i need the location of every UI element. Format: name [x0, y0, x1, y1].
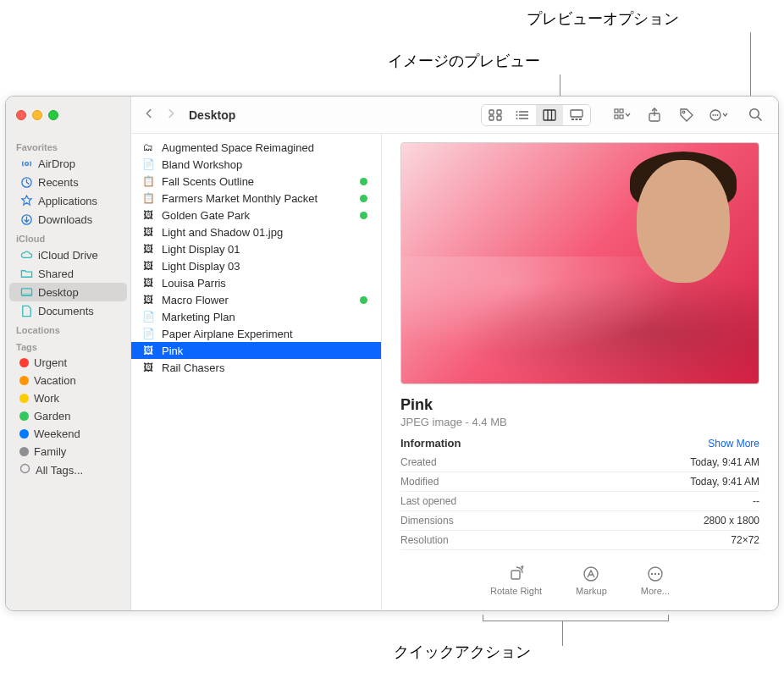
quick-action-markup[interactable]: Markup	[576, 565, 607, 596]
svg-point-41	[658, 573, 660, 575]
svg-rect-34	[21, 293, 31, 295]
minimize-button[interactable]	[32, 110, 42, 120]
markup-icon	[582, 565, 599, 582]
file-name: Golden Gate Park	[162, 209, 353, 222]
file-icon: 🖼	[141, 361, 155, 374]
action-menu-button[interactable]	[707, 103, 731, 127]
info-value: Today, 9:41 AM	[690, 476, 759, 488]
quick-action-rotate[interactable]: Rotate Right	[490, 565, 542, 596]
preview-title: Pink	[400, 396, 759, 414]
file-row[interactable]: 📄Bland Workshop	[131, 156, 381, 173]
info-row: Dimensions2800 x 1800	[400, 511, 759, 531]
sidebar-item-label: Downloads	[38, 213, 92, 226]
info-row: ModifiedToday, 9:41 AM	[400, 472, 759, 492]
file-row[interactable]: 🖼Light Display 01	[131, 240, 381, 257]
svg-point-28	[749, 109, 759, 119]
file-row[interactable]: 🖼Golden Gate Park	[131, 207, 381, 223]
file-row[interactable]: 🖼Rail Chasers	[131, 359, 381, 376]
sidebar-tag-item[interactable]: Urgent	[9, 354, 127, 372]
file-row[interactable]: 🖼Macro Flower	[131, 291, 381, 308]
sidebar-tag-item[interactable]: Vacation	[9, 372, 127, 389]
zoom-button[interactable]	[48, 110, 58, 120]
view-mode-segment	[481, 104, 591, 126]
sidebar-tag-item[interactable]: All Tags...	[9, 461, 127, 479]
back-button[interactable]	[138, 104, 160, 126]
svg-rect-13	[571, 110, 582, 117]
sidebar-tag-item[interactable]: Garden	[9, 407, 127, 425]
svg-point-26	[715, 114, 716, 116]
callout-quick-actions: クイックアクション	[394, 642, 531, 662]
file-name: Light and Shadow 01.jpg	[162, 226, 373, 239]
file-name: Fall Scents Outline	[162, 175, 353, 188]
tag-color-dot	[19, 394, 29, 403]
view-gallery-button[interactable]	[563, 105, 590, 125]
file-name: Paper Airplane Experiment	[162, 328, 373, 340]
file-row[interactable]: 🖼Light Display 03	[131, 257, 381, 274]
quick-action-more[interactable]: More...	[641, 565, 670, 596]
forward-button[interactable]	[160, 104, 182, 126]
file-tag-dot	[360, 195, 367, 202]
finder-window: Desktop	[5, 96, 779, 611]
traffic-lights	[16, 110, 58, 120]
sidebar-item[interactable]: Recents	[9, 173, 127, 191]
file-row[interactable]: 🗂Augmented Space Reimagined	[131, 139, 381, 156]
titlebar-traffic-area	[6, 97, 131, 134]
file-name: Light Display 03	[162, 260, 373, 273]
svg-point-27	[717, 114, 719, 116]
tag-color-dot	[19, 411, 29, 421]
sidebar: Favorites AirDropRecentsApplicationsDown…	[6, 134, 131, 610]
sidebar-item[interactable]: Documents	[9, 301, 127, 320]
sidebar-item-label: Vacation	[34, 374, 76, 387]
file-icon: 🖼	[141, 259, 155, 273]
sidebar-item[interactable]: Desktop	[9, 283, 127, 301]
sidebar-tag-item[interactable]: Weekend	[9, 425, 127, 443]
file-row[interactable]: 📋Fall Scents Outline	[131, 173, 381, 190]
file-row[interactable]: 🖼Louisa Parris	[131, 274, 381, 291]
view-list-button[interactable]	[509, 105, 536, 125]
share-button[interactable]	[643, 103, 666, 127]
file-row[interactable]: 🖼Pink	[131, 342, 381, 359]
file-name: Bland Workshop	[162, 158, 373, 171]
svg-rect-3	[497, 116, 501, 120]
file-row[interactable]: 🖼Light and Shadow 01.jpg	[131, 223, 381, 240]
svg-rect-16	[579, 119, 582, 120]
file-name: Rail Chasers	[162, 361, 373, 374]
svg-rect-14	[571, 119, 574, 120]
file-name: Macro Flower	[162, 294, 353, 306]
file-tag-dot	[360, 178, 367, 185]
sidebar-tag-item[interactable]: Work	[9, 389, 127, 407]
svg-rect-18	[620, 109, 623, 113]
preview-image	[400, 142, 759, 384]
show-more-button[interactable]: Show More	[708, 438, 759, 450]
group-by-button[interactable]	[610, 103, 634, 127]
file-row[interactable]: 📋Farmers Market Monthly Packet	[131, 190, 381, 207]
tag-color-dot	[19, 429, 29, 439]
sidebar-item[interactable]: AirDrop	[9, 154, 127, 173]
tag-button[interactable]	[675, 103, 698, 127]
sidebar-item[interactable]: Shared	[9, 264, 127, 283]
sidebar-item-label: iCloud Drive	[38, 249, 98, 262]
file-row[interactable]: 📄Paper Airplane Experiment	[131, 325, 381, 342]
file-icon: 🖼	[141, 293, 155, 306]
sidebar-section-locations: Locations	[6, 320, 130, 337]
quick-actions-row: Rotate RightMarkupMore...	[400, 565, 759, 596]
more-icon	[647, 565, 664, 582]
sidebar-tag-item[interactable]: Family	[9, 443, 127, 461]
svg-point-35	[21, 465, 30, 473]
file-row[interactable]: 📄Marketing Plan	[131, 308, 381, 325]
search-button[interactable]	[743, 103, 767, 127]
sidebar-item[interactable]: iCloud Drive	[9, 245, 127, 264]
sidebar-item[interactable]: Downloads	[9, 210, 127, 229]
view-icon-button[interactable]	[482, 105, 509, 125]
view-column-button[interactable]	[536, 105, 563, 125]
sidebar-item-label: Family	[34, 445, 66, 458]
svg-point-8	[516, 114, 518, 116]
info-value: 72×72	[731, 534, 759, 546]
svg-rect-20	[620, 115, 623, 119]
file-icon: 🖼	[141, 208, 155, 222]
window-title: Desktop	[189, 108, 235, 122]
svg-rect-15	[576, 119, 578, 120]
sidebar-item[interactable]: Applications	[9, 191, 127, 210]
sidebar-item-label: Recents	[38, 176, 79, 189]
close-button[interactable]	[16, 110, 26, 120]
